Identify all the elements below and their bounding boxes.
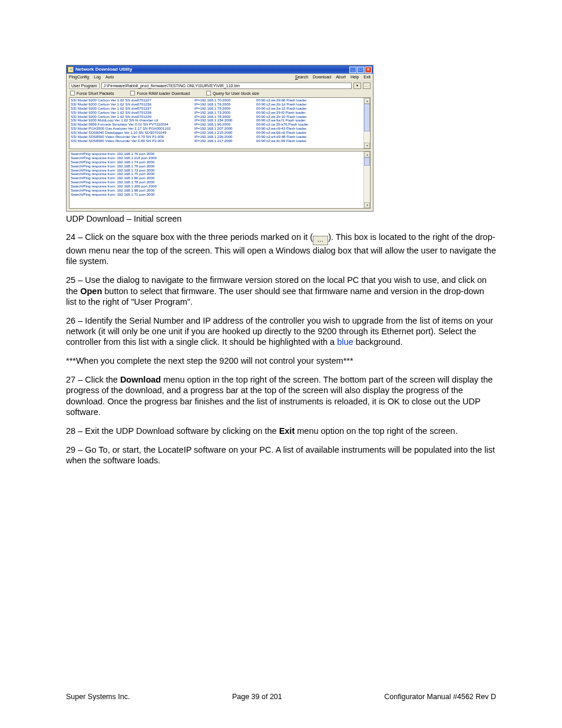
page-footer: Super Systems Inc. Page 39 of 201 Config… — [66, 693, 496, 701]
device-list-row[interactable]: SSI Model 9200 Carbon Ver 1.62 SN dve070… — [71, 107, 363, 111]
device-list-row[interactable]: SSI Model 9200 MultiLoop Ver 1.62 SN ht … — [71, 118, 363, 123]
check-force-short-packets[interactable]: Force Short Packets — [70, 91, 114, 95]
user-program-dropdown[interactable]: ▾ — [353, 83, 361, 89]
options-row: Force Short Packets Force RAM loader Dow… — [67, 90, 373, 97]
device-list-scrollbar[interactable]: ▴ ▾ — [363, 98, 370, 149]
check-force-ram-loader[interactable]: Force RAM loader Download — [130, 91, 190, 95]
step-25: 25 – Use the dialog to navigate to the f… — [66, 275, 496, 307]
step-28: 28 – Exit the UDP Download software by c… — [66, 426, 496, 436]
close-icon[interactable]: × — [365, 67, 372, 73]
device-list-pane[interactable]: SSI Model 9200 Carbon Ver 1.62 SN dve070… — [69, 97, 371, 149]
device-list-row[interactable]: SSI Model SDS8040 Datalogger Ver 1.10 SN… — [71, 131, 363, 135]
device-list-row[interactable]: SSI Model 9200 Carbon Ver 1.62 SN dve070… — [71, 103, 363, 107]
log-row: Search/Ping response from: 192.168.1.71 … — [71, 193, 363, 197]
udp-download-screenshot: ✉ Network Download Utility _ □ × PingCon… — [66, 65, 373, 212]
check-query-user-block[interactable]: Query for User block size — [206, 91, 259, 95]
maximize-icon[interactable]: □ — [357, 67, 364, 73]
device-list-row[interactable]: SSI Model 9899 Furnace Simulator Ver 0.0… — [71, 123, 363, 127]
step-24: 24 – Click on the square box with the th… — [66, 232, 496, 266]
menu-exit[interactable]: Exit — [363, 75, 371, 80]
device-list-row[interactable]: SSI Model 9200 Carbon Ver 1.62 SN dve070… — [71, 111, 363, 115]
log-pane[interactable]: Search/Ping response from: 192.168.1.76 … — [69, 151, 371, 209]
user-program-label: User Program — [69, 83, 100, 90]
menu-log[interactable]: Log — [94, 75, 101, 80]
footer-right: Configurator Manual #4562 Rev D — [384, 693, 496, 701]
browse-button[interactable]: … — [363, 83, 371, 89]
footer-center: Page 39 of 201 — [232, 693, 282, 701]
warning-line: ***When you complete the next step the 9… — [66, 355, 496, 366]
scroll-down-icon[interactable]: ▾ — [364, 143, 370, 149]
minimize-icon[interactable]: _ — [349, 67, 356, 73]
menu-bar: PingConfig Log Auto Search Download Abor… — [67, 74, 373, 81]
menu-search[interactable]: Search — [295, 75, 308, 80]
window-title: Network Download Utility — [75, 67, 132, 73]
user-program-row: User Program J:\Firmware\Rabbit_prod_fir… — [67, 81, 373, 91]
menu-pingconfig[interactable]: PingConfig — [69, 75, 89, 80]
ellipsis-button-inline: … — [313, 236, 328, 245]
log-scrollbar[interactable]: ▴ ▾ — [363, 151, 370, 208]
app-icon: ✉ — [68, 67, 74, 73]
menu-download[interactable]: Download — [313, 75, 331, 80]
scroll-down-icon[interactable]: ▾ — [364, 202, 370, 208]
step-26: 26 – Identify the Serial Number and IP a… — [66, 315, 496, 347]
device-list-row[interactable]: SSI Model PGA3500 Gas Analyzer Ver 2.17 … — [71, 127, 363, 131]
menu-auto[interactable]: Auto — [105, 75, 114, 80]
menu-abort[interactable]: Abort — [336, 75, 346, 80]
device-list-row[interactable]: SSI Model 9200 Carbon Ver 1.62 SN dve070… — [71, 115, 363, 119]
window-titlebar: ✉ Network Download Utility _ □ × — [67, 65, 373, 74]
user-program-input[interactable]: J:\Firmware\Rabbit_prod_firmware\TESTING… — [101, 83, 352, 89]
device-list-row[interactable]: SSI Model SDS8500 Video Recorder Ver 0.7… — [71, 135, 363, 139]
scroll-up-icon[interactable]: ▴ — [364, 151, 370, 157]
device-list-row[interactable]: SSI Model 9200 Carbon Ver 1.62 SN dve070… — [71, 98, 363, 103]
device-list-row[interactable]: SSI Model SDS8500 Video Recorder Ver 0.8… — [71, 139, 363, 143]
menu-help[interactable]: Help — [351, 75, 359, 80]
step-29: 29 – Go To, or start, the LocateIP softw… — [66, 444, 496, 466]
step-27: 27 – Click the Download menu option in t… — [66, 374, 496, 417]
footer-left: Super Systems Inc. — [66, 693, 130, 701]
scroll-up-icon[interactable]: ▴ — [364, 98, 370, 104]
figure-caption: UDP Download – Initial screen — [66, 214, 496, 223]
